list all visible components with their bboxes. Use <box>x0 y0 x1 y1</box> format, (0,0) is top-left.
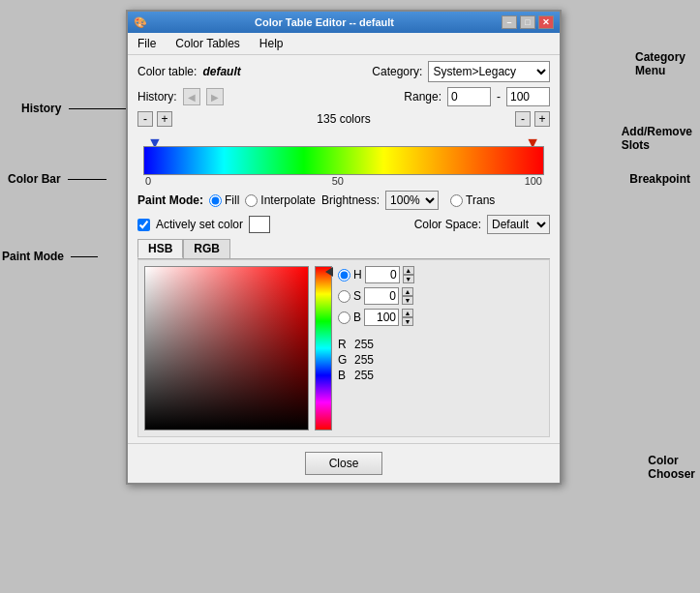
h-spin-up[interactable]: ▲ <box>403 266 414 275</box>
slots-row: - + 135 colors - + <box>137 111 550 127</box>
color-table-row: Color table: default Category: System>Le… <box>137 61 550 82</box>
s-row: S ▲ ▼ <box>338 287 414 305</box>
slots-plus-button[interactable]: + <box>157 111 172 127</box>
maximize-button[interactable]: □ <box>520 15 535 29</box>
close-button[interactable]: Close <box>305 452 382 475</box>
hue-bar-container <box>315 266 332 430</box>
title-bar-buttons: – □ ✕ <box>502 15 554 29</box>
scale-0: 0 <box>145 175 151 187</box>
close-window-button[interactable]: ✕ <box>538 15 554 29</box>
annotation-paintmode: Paint Mode <box>2 250 98 263</box>
actively-set-color-label: Actively set color <box>156 218 243 231</box>
s-spin-up[interactable]: ▲ <box>402 287 413 296</box>
colors-count: 135 colors <box>172 112 515 126</box>
range-min-input[interactable] <box>447 87 491 106</box>
interpolate-label: Interpolate <box>260 193 316 207</box>
color-bar[interactable] <box>143 146 544 175</box>
history-range-row: History: ◀ ▶ Range: - <box>137 87 550 106</box>
menu-bar: File Color Tables Help <box>128 33 560 55</box>
b-spin-down[interactable]: ▼ <box>402 317 413 326</box>
g-value: 255 <box>354 353 381 367</box>
interpolate-radio[interactable] <box>245 194 258 207</box>
r-label: R <box>338 338 348 351</box>
trans-radio[interactable] <box>450 194 463 207</box>
range-plus-button[interactable]: + <box>534 111 550 127</box>
paint-mode-row: Paint Mode: Fill Interpolate Brightness:… <box>137 191 550 210</box>
interpolate-radio-label[interactable]: Interpolate <box>245 193 316 207</box>
annotation-breakpoint: Breakpoint <box>629 172 690 186</box>
scale-50: 50 <box>332 175 344 187</box>
b-radio[interactable] <box>338 311 350 324</box>
b-spinners: ▲ ▼ <box>402 309 413 326</box>
slots-minus-button[interactable]: - <box>137 111 153 127</box>
annotation-category: Category Menu <box>635 37 685 77</box>
main-window: 🎨 Color Table Editor -- default – □ ✕ Fi… <box>126 10 562 485</box>
fill-radio[interactable] <box>209 194 222 207</box>
annotation-addremove: Add/Remove Slots <box>622 111 692 152</box>
h-label: H <box>353 268 362 282</box>
history-back-button[interactable]: ◀ <box>183 88 200 105</box>
content-area: Color table: default Category: System>Le… <box>128 55 560 443</box>
range-separator: - <box>497 90 501 104</box>
menu-file[interactable]: File <box>134 35 160 52</box>
color-swatch[interactable] <box>249 216 270 233</box>
actively-set-color-checkbox[interactable] <box>137 219 150 231</box>
b-spin-up[interactable]: ▲ <box>402 309 413 317</box>
category-select[interactable]: System>Legacy <box>428 61 550 82</box>
hsb-controls: H ▲ ▼ S ▲ ▼ <box>338 266 414 430</box>
color-space-select[interactable]: Default <box>487 215 550 234</box>
range-max-input[interactable] <box>506 87 550 106</box>
scale-100: 100 <box>525 175 542 187</box>
window-title: Color Table Editor -- default <box>255 16 394 28</box>
h-input[interactable] <box>365 266 400 283</box>
footer: Close <box>128 443 560 483</box>
trans-label: Trans <box>466 193 495 207</box>
h-radio[interactable] <box>338 269 350 282</box>
annotation-history: History <box>21 102 127 115</box>
sv-picker[interactable] <box>144 266 309 430</box>
s-spin-down[interactable]: ▼ <box>402 296 413 305</box>
category-label: Category: <box>372 65 422 78</box>
g-label: G <box>338 353 348 367</box>
tab-hsb[interactable]: HSB <box>137 239 183 258</box>
range-label: Range: <box>404 90 441 104</box>
b-readout-label: B <box>338 369 348 382</box>
paint-mode-label: Paint Mode: <box>137 193 203 207</box>
hue-indicator <box>325 267 333 277</box>
s-label: S <box>353 289 361 303</box>
back-icon: ◀ <box>188 92 196 103</box>
trans-radio-label[interactable]: Trans <box>450 193 495 207</box>
g-readout-row: G 255 <box>338 353 414 367</box>
annotation-colorbar: Color Bar <box>8 172 107 186</box>
r-value: 255 <box>354 338 381 351</box>
h-spin-down[interactable]: ▼ <box>403 275 414 283</box>
menu-color-tables[interactable]: Color Tables <box>171 35 243 52</box>
s-radio[interactable] <box>338 290 350 303</box>
tabs-row: HSB RGB <box>137 239 550 259</box>
b-row: B ▲ ▼ <box>338 309 414 326</box>
colorbar-container: ▼ ▼ 0 50 100 <box>137 131 550 187</box>
rgb-section: R 255 G 255 B 255 <box>338 338 414 384</box>
color-table-value: default <box>202 65 240 78</box>
r-readout-row: R 255 <box>338 338 414 351</box>
title-bar: 🎨 Color Table Editor -- default – □ ✕ <box>128 12 560 33</box>
history-forward-button[interactable]: ▶ <box>206 88 224 105</box>
tab-rgb[interactable]: RGB <box>183 239 230 258</box>
fill-label: Fill <box>225 193 239 207</box>
colorbar-scale: 0 50 100 <box>143 175 544 187</box>
h-spinners: ▲ ▼ <box>403 266 414 283</box>
fill-radio-label[interactable]: Fill <box>209 193 239 207</box>
brightness-select[interactable]: 100% <box>385 191 439 210</box>
s-input[interactable] <box>364 287 399 305</box>
color-table-label: Color table: <box>137 65 197 78</box>
b-label: B <box>353 311 361 324</box>
range-minus-button[interactable]: - <box>515 111 531 127</box>
b-input[interactable] <box>364 309 399 326</box>
window-icon: 🎨 <box>134 16 147 29</box>
menu-help[interactable]: Help <box>256 35 288 52</box>
minimize-button[interactable]: – <box>502 15 517 29</box>
s-spinners: ▲ ▼ <box>402 287 413 305</box>
hue-bar[interactable] <box>315 266 332 430</box>
history-label: History: <box>137 90 177 104</box>
annotation-colorchooser: Color Chooser <box>648 440 695 481</box>
